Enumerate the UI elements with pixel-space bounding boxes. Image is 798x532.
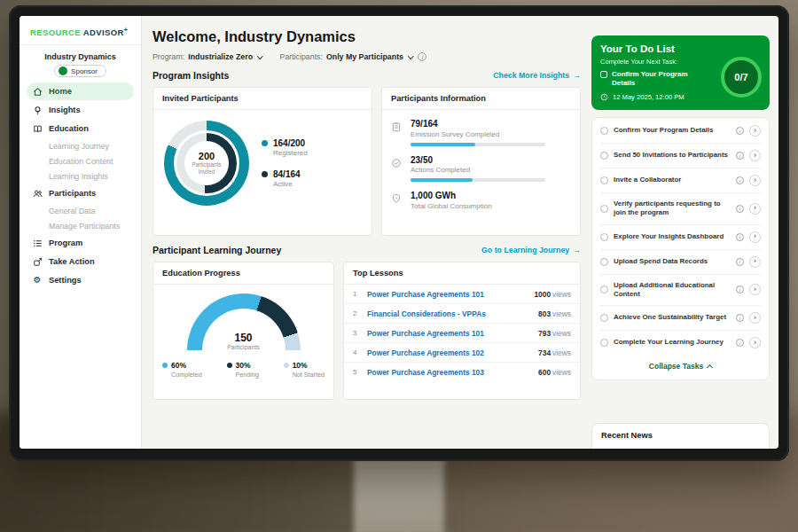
todo-task-row[interactable]: Invite a Collaborator i › xyxy=(600,168,761,193)
lesson-link[interactable]: Power Purchase Agreements 102 xyxy=(367,348,531,357)
filters-bar: Program: Industrialize Zero Participants… xyxy=(153,52,581,61)
info-icon[interactable]: i xyxy=(736,286,744,293)
sidebar-item-label: Program xyxy=(49,239,82,247)
chevron-right-icon[interactable]: › xyxy=(749,175,761,186)
sidebar-item-education[interactable]: Education xyxy=(27,120,134,137)
lesson-row: 4 Power Purchase Agreements 102 734views xyxy=(344,343,580,363)
checkbox-icon[interactable] xyxy=(600,314,608,322)
legend-dot xyxy=(284,363,289,368)
info-icon[interactable]: i xyxy=(736,339,744,347)
todo-task-row[interactable]: Confirm Your Program Details i › xyxy=(600,119,761,144)
lesson-link[interactable]: Financial Considerations - VPPAs xyxy=(367,309,531,318)
sidebar-item-participants[interactable]: Participants xyxy=(27,184,134,202)
sidebar-item-learning-insights[interactable]: Learning Insights xyxy=(27,168,134,184)
checkbox-icon[interactable] xyxy=(600,339,608,347)
checkbox-icon[interactable] xyxy=(600,127,608,135)
info-icon[interactable]: i xyxy=(736,233,744,241)
arrow-right-icon: → xyxy=(573,246,581,254)
collapse-tasks-button[interactable]: Collapse Tasks xyxy=(600,355,761,379)
checkbox-icon[interactable] xyxy=(600,205,608,213)
program-select[interactable]: Program: Industrialize Zero xyxy=(153,52,262,61)
monitor-stand xyxy=(354,458,444,532)
logo-advisor: ADVISOR xyxy=(83,27,124,37)
chevron-right-icon[interactable]: › xyxy=(749,203,761,215)
lesson-row: 5 Power Purchase Agreements 103 600views xyxy=(344,363,580,381)
sidebar-item-take-action[interactable]: Take Action xyxy=(27,253,134,270)
legend-dot xyxy=(162,363,168,368)
info-icon[interactable]: i xyxy=(736,127,744,135)
progress-bar xyxy=(411,143,545,146)
sponsor-badge[interactable]: Sponsor xyxy=(54,65,106,77)
todo-task-row[interactable]: Achieve One Sustainability Target i › xyxy=(600,306,761,331)
checkbox-icon[interactable] xyxy=(600,176,608,184)
info-icon[interactable]: i xyxy=(418,52,426,61)
legend-item-not-started: 10% Not Started xyxy=(284,361,325,379)
sidebar-item-insights[interactable]: Insights xyxy=(27,101,134,119)
todo-task-row[interactable]: Upload Additional Educational Content i … xyxy=(600,275,761,307)
go-to-learning-journey-link[interactable]: Go to Learning Journey → xyxy=(481,246,581,254)
todo-task-row[interactable]: Complete Your Learning Journey i › xyxy=(600,331,761,355)
checkbox-icon[interactable] xyxy=(600,152,608,160)
chevron-down-icon xyxy=(257,53,262,59)
info-icon[interactable]: i xyxy=(736,176,744,184)
invited-participants-card: Invited Participants 200 Participants In… xyxy=(153,87,372,236)
lesson-link[interactable]: Power Purchase Agreements 103 xyxy=(367,368,531,377)
sidebar-item-label: Home xyxy=(49,87,72,96)
todo-summary-card: Your To Do List Complete Your Next Task:… xyxy=(591,35,770,110)
book-icon xyxy=(32,123,43,134)
todo-task-row[interactable]: Explore Your Insights Dashboard i › xyxy=(600,225,761,250)
lesson-link[interactable]: Power Purchase Agreements 101 xyxy=(367,290,527,299)
donut-center-label: 200 Participants Invited xyxy=(164,121,249,206)
sidebar-item-learning-journey[interactable]: Learning Journey xyxy=(27,138,134,153)
chevron-right-icon[interactable]: › xyxy=(749,231,761,243)
sidebar-nav: Home Insights Education Learning Journey… xyxy=(20,82,141,289)
invited-donut-chart: 200 Participants Invited xyxy=(164,121,249,206)
participants-information-card: Participants Information 79/164 Emission… xyxy=(381,87,581,236)
sidebar-item-label: Insights xyxy=(49,106,81,114)
lesson-link[interactable]: Power Purchase Agreements 101 xyxy=(367,329,531,338)
chevron-right-icon[interactable]: › xyxy=(749,256,761,268)
checkbox-icon[interactable] xyxy=(600,286,608,293)
lesson-row: 1 Power Purchase Agreements 101 1000view… xyxy=(344,285,580,304)
card-title: Invited Participants xyxy=(153,88,372,110)
top-lessons-card: Top Lessons 1 Power Purchase Agreements … xyxy=(343,262,581,400)
sidebar-item-home[interactable]: Home xyxy=(27,82,134,100)
chevron-right-icon[interactable]: › xyxy=(749,337,761,348)
legend-item-completed: 60% Completed xyxy=(162,361,202,379)
check-more-insights-link[interactable]: Check More Insights → xyxy=(493,71,581,80)
info-icon[interactable]: i xyxy=(736,205,744,213)
sidebar-item-manage-participants[interactable]: Manage Participants xyxy=(27,218,134,233)
info-icon[interactable]: i xyxy=(736,152,744,160)
todo-task-row[interactable]: Send 50 Invitations to Participants i › xyxy=(600,144,761,168)
clock-icon xyxy=(600,93,608,101)
sidebar-item-general-data[interactable]: General Data xyxy=(27,203,134,218)
participants-select[interactable]: Participants: Only My Participants i xyxy=(280,52,427,61)
chevron-right-icon[interactable]: › xyxy=(749,284,761,295)
checkbox-icon[interactable] xyxy=(600,233,608,241)
lesson-row: 2 Financial Considerations - VPPAs 803vi… xyxy=(344,304,580,324)
learning-journey-header: Participant Learning Journey Go to Learn… xyxy=(153,245,581,255)
org-name: Industry Dynamics xyxy=(20,52,141,61)
program-label: Program: xyxy=(153,52,184,61)
stat-emission-survey: 79/164 Emission Survey Completed xyxy=(391,119,571,146)
action-arrow-icon xyxy=(32,256,43,267)
sidebar-item-label: Participants xyxy=(49,189,96,198)
sidebar-item-settings[interactable]: ⚙ Settings xyxy=(27,271,134,289)
info-icon[interactable]: i xyxy=(736,258,744,266)
legend-dot xyxy=(262,171,268,177)
energy-pin-icon xyxy=(391,191,403,210)
chevron-right-icon[interactable]: › xyxy=(749,125,761,137)
chevron-right-icon[interactable]: › xyxy=(749,150,761,161)
info-icon[interactable]: i xyxy=(736,314,744,322)
sidebar: RESOURCE ADVISOR+ Industry Dynamics Spon… xyxy=(20,16,142,449)
sidebar-item-education-content[interactable]: Education Content xyxy=(27,153,134,168)
todo-task-row[interactable]: Upload Spend Data Records i › xyxy=(600,250,761,275)
todo-task-row[interactable]: Verify participants requesting to join t… xyxy=(600,193,761,225)
checkbox-icon[interactable] xyxy=(600,258,608,266)
chevron-right-icon[interactable]: › xyxy=(749,312,761,324)
page-title: Welcome, Industry Dynamics xyxy=(153,28,581,45)
sidebar-item-label: Education xyxy=(49,124,89,133)
participants-label: Participants: xyxy=(280,52,323,61)
sidebar-item-program[interactable]: Program xyxy=(27,234,134,252)
checkbox-icon[interactable] xyxy=(600,71,607,78)
